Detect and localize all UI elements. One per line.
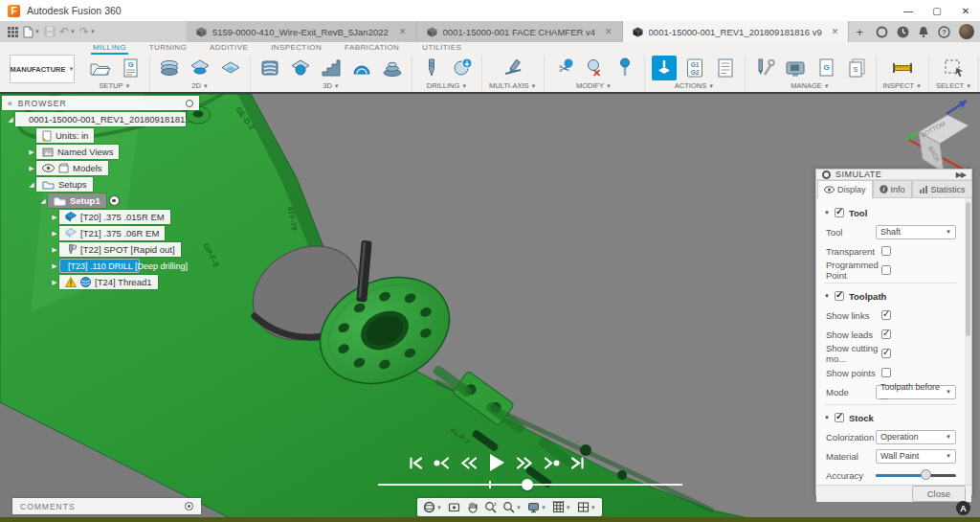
3d-pocket-clearing-icon[interactable] <box>288 56 313 80</box>
show-links-checkbox[interactable] <box>881 310 891 320</box>
expanded-arrow-icon[interactable]: ◢ <box>38 197 48 205</box>
group-manage-label[interactable]: MANAGE <box>791 81 822 90</box>
add-toolpath-point-icon[interactable] <box>612 56 637 80</box>
close-button[interactable]: Close <box>912 486 966 502</box>
previous-operation-button[interactable] <box>434 456 450 470</box>
tree-item-label[interactable]: [T23] .110 DRILL [Deep drilling] <box>68 261 188 271</box>
toolpath-section-checkbox[interactable] <box>835 291 844 301</box>
comments-options-icon[interactable] <box>185 502 193 511</box>
2d-adaptive-icon[interactable] <box>157 56 182 80</box>
stock-section-header[interactable]: ▼ Stock <box>824 408 956 427</box>
section-collapse-icon[interactable]: ▼ <box>824 415 830 420</box>
browser-header[interactable]: « BROWSER <box>2 96 199 110</box>
tab-statistics[interactable]: Statistics <box>912 180 972 197</box>
app-grid-menu-icon[interactable] <box>8 27 18 37</box>
group-select-label[interactable]: SELECT <box>936 81 964 90</box>
close-tab-icon[interactable]: ✕ <box>828 27 839 36</box>
tree-row-units[interactable]: Units: in <box>2 128 199 143</box>
group-inspect-label[interactable]: INSPECT <box>883 81 915 90</box>
zoom-icon[interactable]: ± <box>484 501 497 513</box>
simulation-timeline[interactable] <box>378 484 682 486</box>
extensions-icon[interactable] <box>876 26 888 38</box>
tree-row-named-views[interactable]: ▶ Named Views <box>2 145 199 159</box>
drill-icon[interactable] <box>419 56 444 80</box>
expanded-arrow-icon[interactable]: ◢ <box>6 116 15 124</box>
view-cube[interactable]: BOTTOM BACK <box>903 96 978 178</box>
2d-pocket-icon[interactable] <box>188 56 212 80</box>
simulate-icon-active[interactable] <box>652 56 677 80</box>
group-actions-label[interactable]: ACTIONS <box>675 81 706 90</box>
file-menu-icon[interactable]: ▼ <box>22 26 40 38</box>
tree-item-label[interactable]: [T24] Thread1 <box>95 277 152 287</box>
play-button[interactable] <box>488 453 505 472</box>
timeline-scrubber-handle[interactable] <box>522 479 533 490</box>
accuracy-slider[interactable] <box>876 470 956 480</box>
user-avatar[interactable] <box>959 24 974 39</box>
tab-fabrication[interactable]: FABRICATION <box>343 42 401 55</box>
tree-row-t21[interactable]: ▶ [T21] .375 .06R EM <box>2 226 199 240</box>
tree-row-t22[interactable]: ▶ [T22] SPOT [Rapid out] <box>2 242 199 257</box>
collapse-browser-icon[interactable]: « <box>8 99 13 108</box>
collapsed-arrow-icon[interactable]: ▶ <box>50 214 59 221</box>
browser-options-icon[interactable] <box>186 100 193 107</box>
tool-library-icon[interactable] <box>752 56 777 80</box>
simulate-dialog-header[interactable]: SIMULATE ▶▶ <box>816 170 971 180</box>
measure-icon[interactable] <box>890 56 915 80</box>
document-tab-3-active[interactable]: 0001-15000-001_REV1_201809181816 v9 ✕ <box>623 21 850 42</box>
display-settings-icon[interactable]: ▼ <box>527 501 546 513</box>
minimize-button[interactable]: — <box>894 0 923 21</box>
maximize-button[interactable]: ▢ <box>923 0 951 21</box>
tree-item-label[interactable]: [T22] SPOT [Rapid out] <box>80 244 175 255</box>
comments-bar[interactable]: COMMENTS <box>12 498 201 514</box>
toolpath-section-header[interactable]: ▼ Toolpath <box>824 286 956 306</box>
expand-dialog-icon[interactable]: ▶▶ <box>956 170 966 179</box>
tool-section-checkbox[interactable] <box>835 208 844 217</box>
setup-sheet-icon[interactable] <box>713 56 738 80</box>
tool-section-header[interactable]: ▼ Tool <box>824 203 956 222</box>
group-drilling-label[interactable]: DRILLING <box>427 81 460 90</box>
stock-section-checkbox[interactable] <box>835 413 844 422</box>
collapsed-arrow-icon[interactable]: ▶ <box>50 230 59 238</box>
step-back-button[interactable] <box>460 456 478 470</box>
job-status-clock-icon[interactable] <box>897 26 909 38</box>
new-setup-icon[interactable] <box>87 56 112 80</box>
group-multi-axis-label[interactable]: MULTI-AXIS <box>489 81 529 90</box>
tree-row-setup1[interactable]: ◢ Setup1 <box>2 193 199 208</box>
tab-milling[interactable]: MILLING <box>91 42 128 55</box>
new-tab-button[interactable]: + <box>849 21 870 42</box>
group-modify-label[interactable]: MODIFY <box>576 81 604 90</box>
3d-parallel-icon[interactable] <box>349 56 374 80</box>
collapsed-arrow-icon[interactable]: ▶ <box>27 148 36 156</box>
accuracy-slider-thumb[interactable] <box>921 469 931 480</box>
tree-item-label[interactable]: Named Views <box>57 147 113 157</box>
autodesk-assistant-icon[interactable]: A <box>956 501 970 515</box>
section-collapse-icon[interactable]: ▼ <box>824 293 830 299</box>
visibility-eye-icon[interactable] <box>42 164 55 172</box>
tab-display[interactable]: Display <box>817 180 873 198</box>
group-3d-label[interactable]: 3D <box>323 81 332 90</box>
tab-additive[interactable]: ADDITIVE <box>208 42 250 55</box>
collapsed-arrow-icon[interactable]: ▶ <box>27 165 36 172</box>
templates-library-icon[interactable]: S <box>844 56 869 80</box>
3d-viewport[interactable]: GE-D-3 4TF-79 GP-F-9 41-F-7 BOTTOM BACK … <box>0 94 980 522</box>
tree-row-models[interactable]: ▶ Models <box>2 161 199 175</box>
3d-steep-shallow-icon[interactable] <box>319 56 344 80</box>
post-process-icon[interactable]: G1G2 <box>682 56 707 80</box>
panel-scrollbar-thumb[interactable] <box>966 202 970 336</box>
show-points-checkbox[interactable] <box>881 368 891 377</box>
viewports-icon[interactable]: ▼ <box>577 501 596 513</box>
pan-icon[interactable] <box>466 501 479 513</box>
skip-to-start-button[interactable] <box>409 456 423 470</box>
grid-settings-icon[interactable]: ▼ <box>552 501 571 513</box>
next-operation-button[interactable] <box>544 456 560 470</box>
tree-row-root[interactable]: ◢ 0001-15000-001_REV1_20180918181... <box>2 112 199 126</box>
post-library-icon[interactable]: G <box>813 56 838 80</box>
tree-item-label[interactable]: Models <box>73 163 102 173</box>
notifications-bell-icon[interactable] <box>918 26 929 38</box>
programmed-point-checkbox[interactable] <box>881 265 891 275</box>
tab-info[interactable]: i Info <box>873 180 912 197</box>
window-select-icon[interactable] <box>942 56 967 80</box>
step-forward-button[interactable] <box>516 456 533 470</box>
help-icon[interactable]: ? <box>938 26 950 38</box>
close-tab-icon[interactable]: ✕ <box>601 27 612 36</box>
